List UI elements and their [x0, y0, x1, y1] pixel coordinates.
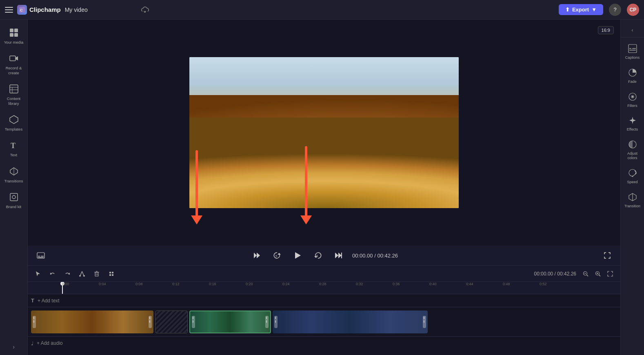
- svg-point-37: [83, 275, 85, 277]
- right-item-adjust-colors[interactable]: Adjust colors: [621, 135, 644, 164]
- redo-button[interactable]: [62, 268, 73, 279]
- sidebar-expand-button[interactable]: ›: [0, 339, 27, 355]
- right-sidebar-collapse-button[interactable]: ‹: [621, 23, 644, 38]
- svg-rect-57: [629, 50, 636, 51]
- right-item-fade[interactable]: Fade: [621, 63, 644, 87]
- clip-1-left-handle[interactable]: [33, 316, 36, 328]
- svg-rect-15: [10, 193, 18, 201]
- ruler-tick-0: 0:00: [62, 282, 69, 286]
- captions-label: Captions: [625, 55, 640, 60]
- help-button[interactable]: ?: [609, 4, 621, 16]
- svg-rect-18: [38, 256, 40, 257]
- text-label: Text: [10, 153, 17, 157]
- filters-label: Filters: [627, 104, 637, 108]
- menu-button[interactable]: [5, 6, 13, 14]
- clip-2[interactable]: [189, 311, 271, 333]
- clip-2-right-handle[interactable]: [265, 316, 269, 328]
- ruler-tick-8: 0:08: [135, 282, 143, 286]
- svg-marker-25: [295, 252, 301, 259]
- fullscreen-button[interactable]: [601, 249, 614, 262]
- collapse-icon: ‹: [631, 27, 633, 33]
- export-chevron-icon: ▼: [591, 7, 597, 13]
- ruler-tick-40: 0:40: [429, 282, 437, 286]
- fast-forward-button[interactable]: 5: [311, 249, 324, 262]
- speed-label: Speed: [627, 180, 637, 184]
- clip-2-left-handle[interactable]: [192, 316, 195, 328]
- video-preview: 16:9: [28, 20, 620, 246]
- subtitle-button[interactable]: [34, 249, 47, 262]
- svg-marker-23: [278, 253, 281, 255]
- svg-rect-44: [112, 272, 113, 273]
- ruler-tick-16: 0:16: [209, 282, 216, 286]
- sidebar-item-text[interactable]: T Text: [0, 135, 27, 161]
- zoom-in-button[interactable]: [593, 268, 603, 279]
- sidebar-item-content-library[interactable]: Contentlibrary: [0, 79, 27, 110]
- clip-3-left-handle[interactable]: [274, 316, 278, 328]
- zoom-out-button[interactable]: [580, 268, 591, 279]
- current-time: 00:00.00: [352, 253, 373, 259]
- fog-layer: [189, 155, 459, 209]
- svg-rect-45: [109, 274, 111, 276]
- transition-label: Transition: [624, 204, 640, 209]
- logo-icon: C: [17, 5, 27, 15]
- add-text-button[interactable]: + Add text: [38, 298, 60, 304]
- sidebar-item-your-media[interactable]: Your media: [0, 23, 27, 49]
- right-item-captions[interactable]: Captions: [621, 39, 644, 63]
- total-time: 00:42.26: [377, 253, 398, 259]
- rewind-button[interactable]: 5: [271, 249, 284, 262]
- svg-rect-55: [629, 48, 631, 49]
- help-icon: ?: [613, 7, 616, 13]
- ruler-tick-24: 0:24: [282, 282, 290, 286]
- skip-back-button[interactable]: [250, 249, 263, 262]
- cut-button[interactable]: [77, 268, 87, 279]
- add-audio-button[interactable]: + Add audio: [37, 340, 63, 346]
- svg-point-36: [79, 275, 81, 277]
- ruler-tick-28: 0:28: [319, 282, 326, 286]
- clip-1-right-handle[interactable]: [149, 316, 152, 328]
- svg-rect-4: [10, 29, 13, 32]
- timeline-area: 00:00.00 / 00:42.26: [28, 265, 620, 355]
- clip-1[interactable]: [31, 311, 153, 333]
- topbar: C Clipchamp ⬆ Export ▼ ? CP: [0, 0, 644, 20]
- aspect-ratio-badge: 16:9: [598, 26, 614, 34]
- transitions-icon: [8, 166, 20, 177]
- fit-timeline-button[interactable]: [605, 268, 615, 279]
- svg-marker-62: [629, 117, 636, 124]
- right-item-filters[interactable]: Filters: [621, 87, 644, 111]
- play-button[interactable]: [291, 249, 304, 262]
- templates-icon: [8, 114, 20, 125]
- video-track: [28, 307, 620, 337]
- sidebar-item-templates[interactable]: Templates: [0, 110, 27, 135]
- text-track: T + Add text: [28, 294, 620, 307]
- avatar[interactable]: CP: [627, 4, 639, 16]
- svg-rect-43: [109, 272, 111, 273]
- clip-3[interactable]: [273, 311, 428, 333]
- left-sidebar: Your media Record &create Contentlibra: [0, 20, 28, 355]
- select-tool-button[interactable]: [33, 268, 43, 279]
- sidebar-item-brand-kit[interactable]: Brand kit: [0, 187, 27, 213]
- topbar-right: ⬆ Export ▼ ? CP: [559, 4, 639, 16]
- zoom-controls: [580, 268, 615, 279]
- record-label: Record &create: [6, 66, 22, 75]
- svg-rect-5: [14, 29, 18, 32]
- export-button[interactable]: ⬆ Export ▼: [559, 4, 603, 15]
- undo-button[interactable]: [47, 268, 58, 279]
- sidebar-item-record[interactable]: Record &create: [0, 49, 27, 79]
- svg-point-16: [12, 195, 16, 199]
- svg-rect-30: [341, 253, 342, 258]
- right-item-effects[interactable]: Effects: [621, 111, 644, 135]
- right-item-speed[interactable]: Speed: [621, 164, 644, 188]
- svg-marker-31: [36, 271, 40, 276]
- sidebar-item-transitions[interactable]: Transitions: [0, 162, 27, 187]
- svg-marker-21: [254, 253, 257, 258]
- delete-button[interactable]: [91, 268, 102, 279]
- video-title-input[interactable]: [65, 7, 136, 13]
- skip-forward-button[interactable]: [332, 249, 345, 262]
- fade-label: Fade: [628, 80, 637, 84]
- player-controls: 5 5: [28, 246, 620, 265]
- right-item-transition[interactable]: Transition: [621, 188, 644, 212]
- svg-text:T: T: [11, 142, 16, 150]
- clip-3-right-handle[interactable]: [423, 316, 426, 328]
- filters-icon: [627, 91, 638, 102]
- more-options-button[interactable]: [106, 268, 117, 279]
